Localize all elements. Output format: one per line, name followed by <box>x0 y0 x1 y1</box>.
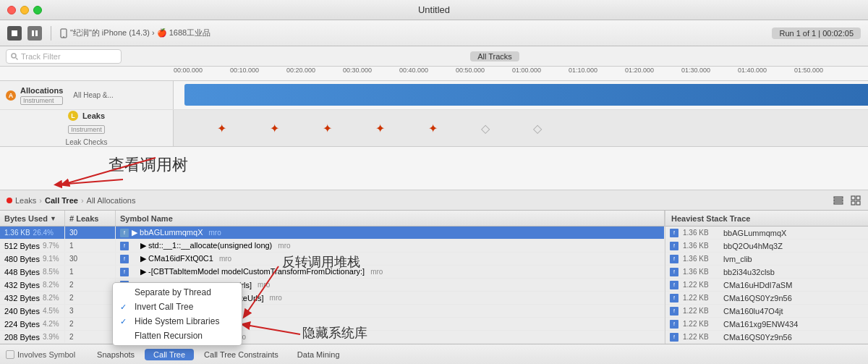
toolbar: "纪润"的 iPhone (14.3) › 🍎 1688工业品 Run 1 of… <box>0 20 868 46</box>
breadcrumb-call-tree[interactable]: Call Tree <box>45 196 78 205</box>
svg-rect-2 <box>35 30 38 36</box>
table-row[interactable]: 432 Bytes8.2% 2 f -[ALBBLoginCenter upda… <box>0 279 665 292</box>
leaks-row: L Leaks Instrument Leak Checks ✦ ✦ ✦ ✦ ✦… <box>0 110 868 146</box>
hide-libs-checkmark: ✓ <box>120 317 130 326</box>
menu-hide-libs-label: Hide System Libraries <box>135 316 219 326</box>
frame-icon: f <box>120 255 129 263</box>
minimize-button[interactable] <box>20 6 29 14</box>
maximize-button[interactable] <box>33 6 42 14</box>
list-view-button[interactable] <box>832 194 845 207</box>
cell-leaks: 2 <box>65 318 116 330</box>
tick-0: 00:00.000 <box>174 67 203 74</box>
track-filter-bar: Track Filter All Tracks <box>0 46 868 67</box>
stack-symbol: lvm_clib <box>723 255 752 263</box>
leaks-label: L Leaks Instrument Leak Checks <box>0 110 174 146</box>
stack-symbol: CMa161xg9ENW434 <box>723 320 798 329</box>
cell-symbol: f ▶ -[CBTTabItemModel modelCustomTransfo… <box>116 266 665 278</box>
table-row[interactable]: 448 Bytes8.5% 1 f ▶ -[CBTTabItemModel mo… <box>0 266 665 279</box>
context-menu: Separate by Thread ✓ Invert Call Tree ✓ … <box>112 282 242 346</box>
svg-rect-1 <box>32 30 34 36</box>
cell-bytes: 480 Bytes9.1% <box>0 253 65 265</box>
svg-rect-3 <box>61 29 67 38</box>
tab-data-mining[interactable]: Data Mining <box>289 349 349 360</box>
svg-rect-0 <box>12 30 17 36</box>
toolbar-divider <box>51 26 51 41</box>
track-filter-input[interactable]: Track Filter <box>6 49 122 64</box>
table-row[interactable]: 240 Bytes4.5% 3 f ▶ CMa168ZovSBbSI mro <box>0 305 665 318</box>
stop-button[interactable] <box>7 26 22 41</box>
leak-marker-2: ✦ <box>270 122 279 135</box>
invert-checkmark: ✓ <box>120 302 130 312</box>
tab-call-tree-constraints[interactable]: Call Tree Constraints <box>195 349 287 360</box>
run-info: Run 1 of 1 | 00:02:05 <box>772 27 861 39</box>
cell-bytes: 208 Bytes3.9% <box>0 331 65 343</box>
cell-bytes: 512 Bytes9.7% <box>0 240 65 252</box>
stack-frame-icon: f <box>670 320 678 329</box>
call-tree-annotation: 查看调用树 <box>109 154 188 176</box>
cell-bytes: 240 Bytes4.5% <box>0 305 65 317</box>
tick-6: 01:00.000 <box>512 67 541 74</box>
tick-10: 01:40.000 <box>738 67 767 74</box>
menu-invert-call-tree[interactable]: ✓ Invert Call Tree <box>113 300 242 314</box>
pause-button[interactable] <box>27 26 42 41</box>
svg-rect-13 <box>851 196 855 200</box>
menu-hide-system-libs[interactable]: ✓ Hide System Libraries <box>113 314 242 329</box>
table-header: Bytes Used ▼ # Leaks Symbol Name <box>0 211 665 227</box>
leaks-sublabel: Instrument <box>68 125 105 134</box>
stack-bytes: 1.22 KB <box>683 307 719 315</box>
breadcrumb-call-tree-label: Call Tree <box>45 196 78 205</box>
svg-rect-16 <box>856 201 860 205</box>
stack-row: f 1.36 KB lvm_clib <box>665 253 868 266</box>
table-row[interactable]: 480 Bytes9.1% 30 f ▶ CMa16idFXtQ0C1 mro <box>0 253 665 266</box>
stack-frame-icon: f <box>670 333 678 342</box>
close-button[interactable] <box>7 6 16 14</box>
col-symbol-label: Symbol Name <box>120 214 173 223</box>
tick-5: 00:50.000 <box>456 67 485 74</box>
tab-snapshots[interactable]: Snapshots <box>88 349 143 360</box>
menu-flatten-recursion[interactable]: Flatten Recursion <box>113 329 242 343</box>
tab-call-tree[interactable]: Call Tree <box>145 349 194 360</box>
table-row[interactable]: 432 Bytes8.2% 2 f -[ALBBAccountInternal … <box>0 292 665 305</box>
tab-snapshots-label: Snapshots <box>97 350 135 359</box>
sort-arrow: ▼ <box>50 215 56 222</box>
all-tracks-button[interactable]: All Tracks <box>470 51 519 62</box>
svg-line-6 <box>16 58 18 60</box>
allocations-label: A Allocations Instrument All Heap &... <box>0 81 174 109</box>
stack-symbol: CMa16uHDdI7aSM <box>723 281 792 289</box>
stack-row: f 1.36 KB bbQ2Ou4hMq3Z <box>665 240 868 253</box>
menu-separate-by-thread[interactable]: Separate by Thread <box>113 285 242 300</box>
stack-row: f 1.22 KB CMa161xg9ENW434 <box>665 318 868 331</box>
tick-9: 01:30.000 <box>681 67 710 74</box>
col-header-symbol[interactable]: Symbol Name <box>116 211 665 226</box>
cell-leaks: 2 <box>65 279 116 291</box>
leak-marker-1: ✦ <box>217 122 226 135</box>
col-header-bytes[interactable]: Bytes Used ▼ <box>0 211 65 226</box>
table-row[interactable]: 1.36 KB 26.4% 30 f ▶ bbAGLummqmqX mro <box>0 227 665 240</box>
involves-symbol-checkbox[interactable] <box>6 350 14 359</box>
cell-leaks: 1 <box>65 266 116 278</box>
table-row[interactable]: 224 Bytes4.2% 2 f ▶ CMI18yyOXkAMsL mro <box>0 318 665 331</box>
tick-3: 00:30.000 <box>343 67 372 74</box>
breadcrumb-leaks-label: Leaks <box>15 196 36 205</box>
stack-frame-icon: f <box>670 268 678 276</box>
svg-rect-11 <box>834 200 843 201</box>
allocation-bar <box>184 84 868 106</box>
frame-icon: f <box>120 242 129 250</box>
table-row[interactable]: 208 Bytes3.9% 2 f ▶ +[WXBase64 decode:] … <box>0 331 665 344</box>
stack-symbol: bbAGLummqmqX <box>723 229 786 237</box>
frame-icon: f <box>120 229 129 237</box>
allocations-icon: A <box>6 90 16 101</box>
tick-11: 01:50.000 <box>794 67 823 74</box>
breadcrumb-all-allocations[interactable]: All Allocations <box>87 196 136 205</box>
annotation-area: 查看调用树 <box>0 147 868 190</box>
svg-rect-10 <box>834 197 843 198</box>
table-row[interactable]: 512 Bytes9.7% 1 f ▶ std::__1::__allocate… <box>0 240 665 253</box>
col-header-leaks[interactable]: # Leaks <box>65 211 116 226</box>
breadcrumb-leaks[interactable]: Leaks <box>6 196 36 205</box>
detail-view-button[interactable] <box>849 194 862 207</box>
stack-bytes: 1.22 KB <box>683 281 719 289</box>
cell-leaks: 3 <box>65 305 116 317</box>
stack-symbol: CMa160lu47O4jt <box>723 307 783 316</box>
allocations-track-label: All Heap &... <box>73 91 114 99</box>
tick-4: 00:40.000 <box>399 67 428 74</box>
